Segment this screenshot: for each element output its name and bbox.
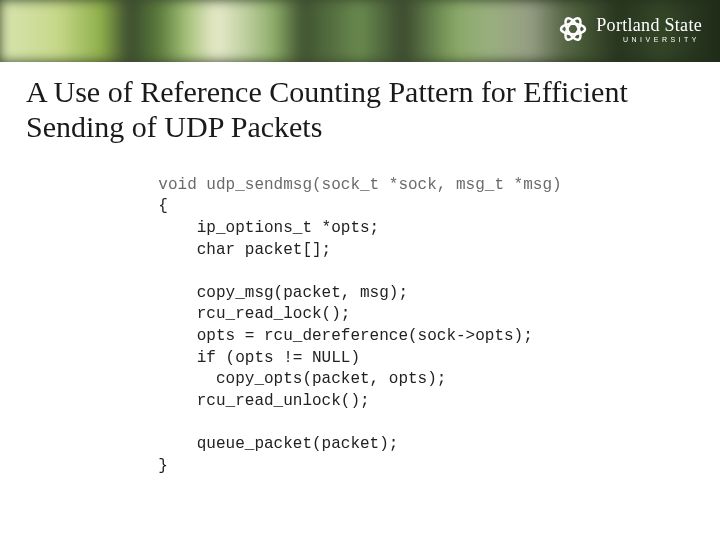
code-block: void udp_sendmsg(sock_t *sock, msg_t *ms… xyxy=(158,175,561,477)
brand-logo: Portland State UNIVERSITY xyxy=(558,14,702,44)
header-banner: Portland State UNIVERSITY xyxy=(0,0,720,62)
code-signature: void udp_sendmsg(sock_t *sock, msg_t *ms… xyxy=(158,176,561,194)
svg-point-0 xyxy=(561,24,585,34)
brand-main: Portland State xyxy=(596,16,702,34)
interlock-icon xyxy=(558,14,588,44)
brand-sub: UNIVERSITY xyxy=(596,36,702,43)
code-container: void udp_sendmsg(sock_t *sock, msg_t *ms… xyxy=(0,175,720,477)
slide-title: A Use of Reference Counting Pattern for … xyxy=(26,74,694,145)
code-body: { ip_options_t *opts; char packet[]; cop… xyxy=(158,197,532,474)
brand-text: Portland State UNIVERSITY xyxy=(596,16,702,43)
